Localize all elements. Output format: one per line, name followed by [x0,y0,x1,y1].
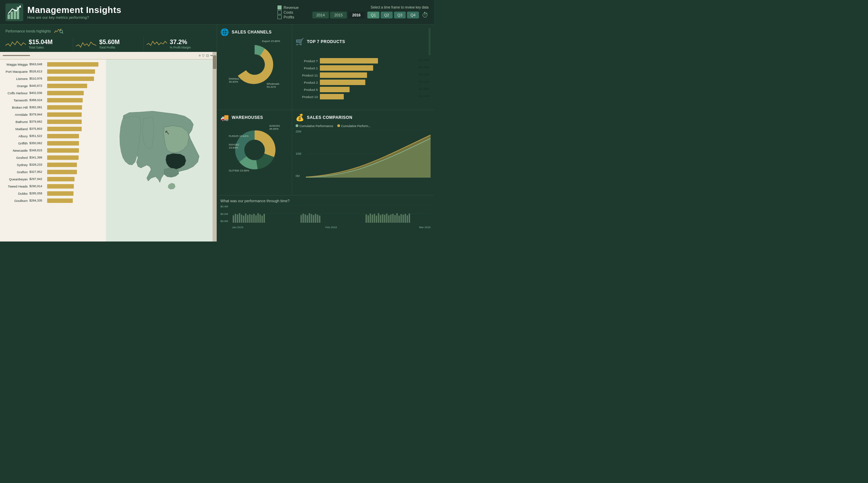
list-item[interactable]: Goulburn$284,335 [2,197,106,204]
performance-title: What was our performance through time? [220,199,431,203]
city-value: $341,399 [29,156,47,159]
year-2016-button[interactable]: 2016 [348,12,365,18]
legend-costs[interactable]: Costs [277,10,299,14]
quarter-q2-button[interactable]: Q2 [381,12,393,18]
list-item[interactable]: Broken Hill$382,081 [2,104,106,111]
bar-fill [47,148,79,153]
bar-container [47,184,106,189]
margin-sparkline [147,39,167,49]
city-name: Grafton [2,170,29,174]
bar-container [47,91,106,95]
svg-rect-54 [390,215,392,223]
list-item[interactable]: Tweed Heads$290,914 [2,183,106,190]
scrollbar-thumb[interactable] [213,55,216,69]
svg-rect-43 [368,215,369,223]
map-slider[interactable] [3,55,30,56]
legend-box-revenue [277,5,282,10]
perf-chart-svg [232,205,431,223]
list-item[interactable]: Griffith$350,062 [2,140,106,147]
svg-rect-28 [257,213,259,223]
australia-map-container: ↖ [106,59,217,242]
list-item[interactable]: Sydney$328,233 [2,161,106,168]
bar-fill [47,120,82,124]
list-item: Product 7$2.70M [296,58,431,64]
list-item[interactable]: Grafton$327,952 [2,168,106,175]
quarter-q1-button[interactable]: Q1 [367,12,379,18]
quarter-q4-button[interactable]: Q4 [407,12,419,18]
city-name: Griffith [2,141,29,145]
export-label: Export 15.86% [262,40,280,43]
list-item[interactable]: Wagga Wagga$563,048 [2,61,106,68]
list-item[interactable]: Coffs Harbour$402,036 [2,89,106,96]
list-item[interactable]: Bathurst$379,662 [2,118,106,125]
frame-icon[interactable]: ⊡ [206,54,209,57]
bar-container [47,69,106,74]
legend-profits[interactable]: Profits [277,15,299,19]
list-item[interactable]: Orange$440,672 [2,82,106,89]
product-bar [320,94,344,99]
list-item[interactable]: Tamworth$388,024 [2,97,106,104]
product-bar-wrap: $1.39M [320,87,431,92]
sales-channels-header: 🌐 SALES CHANNELS [220,28,288,36]
product-bar-wrap: $2.19M [320,72,431,78]
list-item[interactable]: Gosford$341,399 [2,154,106,161]
city-name: Wagga Wagga [2,63,29,66]
svg-rect-38 [313,215,314,223]
bar-fill [47,184,74,189]
bar-container [47,112,106,117]
year-2015-button[interactable]: 2015 [330,12,347,18]
city-value: $290,914 [29,184,47,188]
svg-rect-2 [11,12,13,19]
bar-fill [47,62,98,67]
legend-box-costs [277,10,282,14]
bar-container [47,105,106,110]
bar-fill [47,69,95,74]
product-value: $2.49M [419,66,429,69]
filter-icon[interactable]: ▽ [202,54,205,57]
city-name: Tweed Heads [2,184,29,188]
list-item[interactable]: Newcastle$348,815 [2,147,106,154]
gut930-label: GUT930 23.68% [229,169,249,172]
list-item[interactable]: Port Macquarie$526,613 [2,68,106,75]
equals-icon: ≡ [199,54,201,57]
city-name: Goulburn [2,199,29,203]
metric-legend: Revenue Costs Profits [277,5,299,19]
product-bar-wrap: $1.11M [320,94,431,99]
list-item[interactable]: Queanbeyan$297,942 [2,176,106,182]
city-value: $297,942 [29,177,47,181]
legend-revenue[interactable]: Revenue [277,5,299,10]
list-item[interactable]: Albury$351,522 [2,133,106,139]
quarter-q3-button[interactable]: Q3 [394,12,406,18]
svg-rect-50 [382,214,383,223]
left-panel: Performance trends highlights $15.04M To… [0,25,217,242]
cumperf1-legend: Cumulative Performance [296,124,333,128]
bar-fill [47,91,84,95]
svg-rect-23 [247,215,248,223]
svg-rect-37 [311,214,312,223]
svg-rect-60 [403,215,404,223]
map-filter-bar: ≡ ▽ ⊡ ••• [0,52,217,59]
product-bar-wrap: $2.49M [320,65,431,71]
list-item[interactable]: Lismore$510,976 [2,75,106,82]
list-item[interactable]: Maitland$375,803 [2,125,106,132]
list-item[interactable]: Dubbo$285,058 [2,190,106,197]
city-value: $510,976 [29,77,47,80]
list-item[interactable]: Armidale$379,944 [2,111,106,118]
bar-container [47,77,106,81]
svg-rect-30 [261,216,263,223]
svg-rect-24 [249,214,250,223]
bar-container [47,84,106,88]
bar-container [47,120,106,124]
city-value: $284,335 [29,199,47,202]
svg-rect-21 [243,216,244,223]
year-2014-button[interactable]: 2014 [312,12,329,18]
svg-rect-17 [235,214,236,223]
nxh382-label: NXH38219.84% [229,143,239,149]
svg-rect-31 [263,214,265,223]
city-value: $351,522 [29,134,47,138]
scrollbar[interactable] [213,52,217,242]
svg-rect-61 [405,214,406,223]
bar-fill [47,105,82,110]
city-value: $402,036 [29,91,47,95]
products-scrollbar[interactable] [429,28,431,55]
